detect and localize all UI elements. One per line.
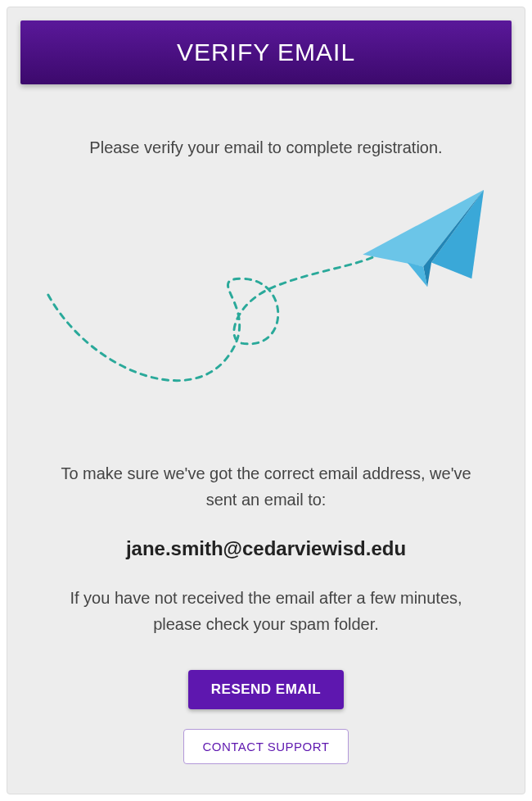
resend-email-button[interactable]: RESEND EMAIL [188,670,344,709]
confirm-text: To make sure we've got the correct email… [56,460,476,513]
paper-plane-icon [40,182,492,419]
contact-support-button[interactable]: CONTACT SUPPORT [183,729,348,764]
card-header: VERIFY EMAIL [20,20,512,84]
verify-email-card: VERIFY EMAIL Please verify your email to… [7,7,525,794]
email-address: jane.smith@cedarviewisd.edu [40,537,492,560]
button-group: RESEND EMAIL CONTACT SUPPORT [40,670,492,764]
header-title: VERIFY EMAIL [177,38,355,66]
intro-text: Please verify your email to complete reg… [40,138,492,157]
card-content: Please verify your email to complete reg… [7,97,525,794]
spam-note-text: If you have not received the email after… [56,585,476,637]
